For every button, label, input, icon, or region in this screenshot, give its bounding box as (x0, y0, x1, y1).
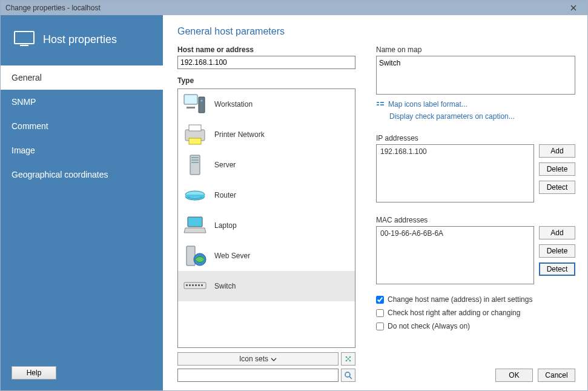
mac-row: 00-19-66-A6-6B-6A Add Delete Detect (376, 226, 575, 284)
ip-label: IP addresses (376, 134, 575, 142)
svg-rect-33 (380, 102, 384, 103)
link-display-check[interactable]: Display check parameters on caption... (389, 112, 575, 121)
mac-list[interactable]: 00-19-66-A6-6B-6A (376, 226, 534, 284)
ip-list[interactable]: 192.168.1.100 (376, 144, 534, 202)
sidebar-item-geo[interactable]: Geographical coordinates (1, 162, 163, 187)
svg-rect-1 (20, 45, 28, 46)
sidebar-item-label: General (12, 73, 42, 82)
ok-button[interactable]: OK (495, 369, 533, 382)
mac-detect-button[interactable]: Detect (539, 262, 575, 276)
column-left: Host name or address Type Workstation Pr… (177, 45, 355, 382)
svg-rect-17 (187, 246, 195, 266)
type-item-label: Router (214, 191, 236, 199)
ip-delete-button[interactable]: Delete (539, 162, 575, 176)
checkbox[interactable] (376, 296, 384, 304)
svg-rect-3 (199, 97, 205, 113)
checkbox[interactable] (376, 309, 384, 317)
mac-buttons: Add Delete Detect (539, 226, 575, 284)
type-item-router[interactable]: Router (178, 180, 355, 210)
svg-rect-15 (185, 195, 205, 197)
svg-rect-0 (15, 32, 34, 44)
sidebar-item-image[interactable]: Image (1, 138, 163, 162)
svg-rect-12 (191, 162, 199, 163)
type-list[interactable]: Workstation Printer Network Server (177, 89, 355, 348)
type-item-server[interactable]: Server (178, 150, 355, 180)
link-map-icons[interactable]: Map icons label format... (376, 100, 575, 109)
svg-rect-2 (184, 95, 197, 104)
ip-add-button[interactable]: Add (539, 144, 575, 158)
main-panel: General host parameters Host name or add… (163, 15, 587, 390)
check-change-host-name[interactable]: Change host name (address) in alert sett… (376, 295, 575, 304)
sidebar-item-snmp[interactable]: SNMP (1, 90, 163, 114)
ip-detect-button[interactable]: Detect (539, 181, 575, 194)
icon-sets-row: Icon sets (177, 352, 355, 366)
sidebar-spacer (1, 187, 163, 355)
column-right: Name on map Map icons label format... Di… (376, 45, 575, 382)
svg-rect-23 (195, 284, 197, 286)
type-search-row (177, 369, 355, 382)
type-item-printer[interactable]: Printer Network (178, 119, 355, 150)
mac-label: MAC addresses (376, 216, 575, 224)
link-text: Map icons label format... (388, 100, 467, 109)
link-text: Display check parameters on caption... (389, 112, 515, 121)
mac-item[interactable]: 00-19-66-A6-6B-6A (380, 229, 530, 238)
sidebar-item-comment[interactable]: Comment (1, 114, 163, 138)
svg-rect-10 (191, 157, 199, 158)
laptop-icon (182, 213, 208, 238)
router-icon (182, 183, 208, 207)
svg-rect-20 (186, 284, 188, 286)
checkbox[interactable] (376, 322, 384, 330)
help-button[interactable]: Help (12, 366, 56, 379)
type-item-laptop[interactable]: Laptop (178, 210, 355, 241)
checkbox-label: Change host name (address) in alert sett… (388, 295, 532, 304)
type-search-input[interactable] (177, 369, 339, 382)
icon-sets-label: Icon sets (239, 355, 268, 363)
name-on-map-input[interactable] (376, 56, 575, 95)
window-title: Change properties - localhost (5, 4, 564, 12)
svg-rect-22 (192, 284, 194, 286)
cancel-button[interactable]: Cancel (538, 369, 575, 382)
sidebar-item-label: SNMP (12, 97, 36, 107)
svg-rect-21 (189, 284, 191, 286)
type-search-button[interactable] (341, 369, 355, 382)
spacer (376, 330, 575, 359)
icon-sets-button[interactable]: Icon sets (177, 352, 339, 366)
host-label: Host name or address (177, 45, 355, 54)
type-label: Type (177, 76, 355, 85)
sidebar: Host properties General SNMP Comment Ima… (1, 15, 163, 390)
close-icon (570, 5, 576, 11)
switch-icon (182, 274, 208, 298)
mac-delete-button[interactable]: Delete (539, 244, 575, 258)
sidebar-item-general[interactable]: General (1, 65, 163, 90)
workstation-icon (182, 92, 208, 116)
svg-rect-31 (377, 102, 379, 103)
type-item-label: Server (214, 161, 236, 169)
type-item-switch[interactable]: Switch (178, 271, 355, 301)
check-do-not-check[interactable]: Do not check (Always on) (376, 322, 575, 330)
svg-rect-16 (188, 217, 202, 227)
svg-point-30 (345, 372, 350, 377)
webserver-icon (182, 244, 208, 268)
close-button[interactable] (564, 1, 583, 15)
svg-point-5 (201, 100, 203, 102)
chevron-down-icon (271, 355, 277, 363)
svg-rect-11 (191, 159, 199, 161)
titlebar: Change properties - localhost (1, 1, 587, 15)
ip-row: 192.168.1.100 Add Delete Detect (376, 144, 575, 202)
type-item-webserver[interactable]: Web Sever (178, 241, 355, 271)
monitor-icon (14, 31, 35, 48)
type-item-label: Web Sever (214, 252, 250, 260)
type-item-label: Laptop (214, 221, 237, 230)
printer-icon (182, 122, 208, 147)
page-title: General host parameters (177, 26, 575, 37)
type-item-workstation[interactable]: Workstation (178, 89, 355, 119)
host-input[interactable] (177, 56, 355, 69)
mac-add-button[interactable]: Add (539, 226, 575, 239)
columns: Host name or address Type Workstation Pr… (177, 45, 575, 382)
ip-buttons: Add Delete Detect (539, 144, 575, 202)
icon-config-button[interactable] (341, 352, 355, 366)
check-host-after-add[interactable]: Check host right after adding or changin… (376, 309, 575, 317)
svg-rect-34 (380, 104, 384, 105)
checkbox-label: Check host right after adding or changin… (388, 309, 520, 317)
ip-item[interactable]: 192.168.1.100 (380, 147, 530, 156)
